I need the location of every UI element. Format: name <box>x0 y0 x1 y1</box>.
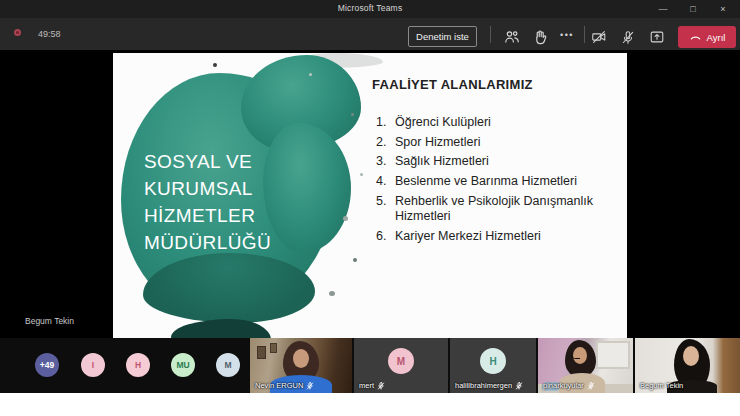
participant-video-begum[interactable]: Begum Tekin <box>635 338 740 393</box>
participant-name-label: pinarkuyular <box>543 381 595 390</box>
presentation-stage: SOSYAL VE KURUMSAL HİZMETLER MÜDÜRLÜĞÜ F… <box>0 50 740 338</box>
shared-slide: SOSYAL VE KURUMSAL HİZMETLER MÜDÜRLÜĞÜ F… <box>113 53 627 338</box>
participant-video-nevin[interactable]: Nevin ERGUN <box>250 338 352 393</box>
close-icon[interactable]: × <box>708 0 738 18</box>
hang-up-icon <box>689 34 702 41</box>
participants-icon[interactable] <box>503 28 520 45</box>
leave-button[interactable]: Ayrıl <box>678 26 736 48</box>
toolbar-divider <box>490 26 491 43</box>
stage-speaker-label: Begum Tekin <box>25 316 74 326</box>
muted-mic-icon <box>587 382 595 390</box>
participant-tile-mert[interactable]: M mert <box>354 338 448 393</box>
slide-title: SOSYAL VE KURUMSAL HİZMETLER MÜDÜRLÜĞÜ <box>144 148 271 256</box>
participant-video-pinar[interactable]: pinarkuyular <box>538 338 633 393</box>
teams-window: Microsoft Teams — □ × 49:58 Denetim iste… <box>0 0 740 416</box>
participant-tile-halil[interactable]: H halilibrahimergen <box>450 338 536 393</box>
avatar[interactable]: I <box>81 353 105 377</box>
list-item: 4.Beslenme ve Barınma Hizmetleri <box>376 174 624 190</box>
raise-hand-icon[interactable] <box>531 28 548 45</box>
list-item: 1.Öğrenci Kulüpleri <box>376 115 624 131</box>
maximize-icon[interactable]: □ <box>678 0 708 18</box>
participant-strip: +49 I H MU M Nevin ERGUN M mert H halili… <box>0 338 740 393</box>
recording-indicator-icon <box>14 29 21 36</box>
titlebar: Microsoft Teams — □ × <box>0 0 740 18</box>
list-item: 2.Spor Hizmetleri <box>376 135 624 151</box>
list-item: 6.Kariyer Merkezi Hizmetleri <box>376 229 624 245</box>
leave-label: Ayrıl <box>707 32 726 43</box>
slide-heading: FAALİYET ALANLARIMIZ <box>372 77 533 92</box>
teal-blob-decoration <box>263 123 351 253</box>
avatar[interactable]: H <box>126 353 150 377</box>
avatar[interactable]: MU <box>171 353 195 377</box>
app-title: Microsoft Teams <box>0 3 740 13</box>
window-controls: — □ × <box>648 0 738 18</box>
request-control-button[interactable]: Denetim iste <box>408 26 477 47</box>
camera-off-icon[interactable] <box>590 28 607 45</box>
meeting-toolbar: 49:58 Denetim iste ••• Ayrıl <box>0 18 740 50</box>
avatar[interactable]: M <box>216 353 240 377</box>
meeting-timer: 49:58 <box>38 29 61 39</box>
muted-mic-icon <box>515 382 523 390</box>
participant-name-label: halilibrahimergen <box>455 381 523 390</box>
avatar: M <box>388 348 414 374</box>
minimize-icon[interactable]: — <box>648 0 678 18</box>
more-options-icon[interactable]: ••• <box>556 26 578 43</box>
participant-name-label: Begum Tekin <box>640 381 683 390</box>
slide-list: 1.Öğrenci Kulüpleri 2.Spor Hizmetleri 3.… <box>376 115 624 249</box>
list-item: 3.Sağlık Hizmetleri <box>376 154 624 170</box>
participant-name-label: Nevin ERGUN <box>255 381 314 390</box>
participant-name-label: mert <box>359 381 385 390</box>
avatar: H <box>480 348 506 374</box>
overflow-participants-avatar[interactable]: +49 <box>35 353 59 377</box>
list-item: 5.Rehberlik ve Psikolojik Danışmanlık Hi… <box>376 194 624 225</box>
muted-mic-icon <box>377 382 385 390</box>
toolbar-divider <box>584 26 585 43</box>
share-screen-icon[interactable] <box>648 28 665 45</box>
muted-mic-icon <box>306 382 314 390</box>
page-background <box>0 393 740 416</box>
mic-off-icon[interactable] <box>619 28 636 45</box>
